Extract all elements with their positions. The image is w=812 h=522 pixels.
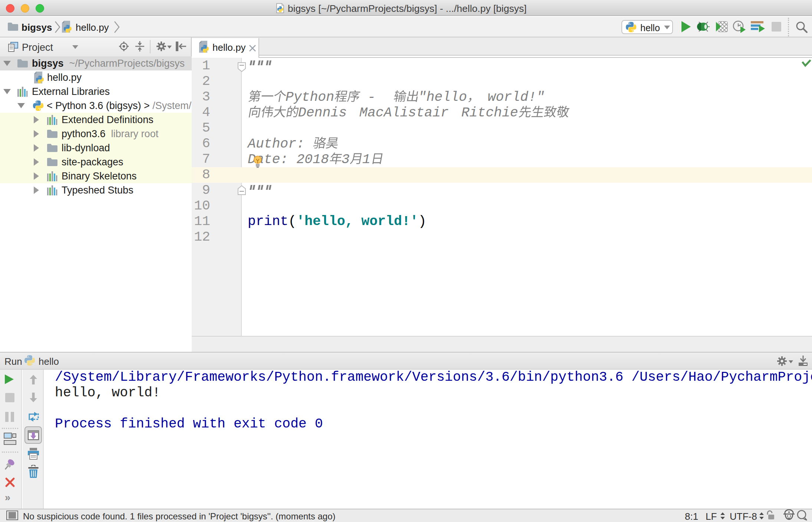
svg-text:"hello: "hello	[418, 90, 467, 105]
svg-text:Dennis: Dennis	[298, 105, 347, 120]
svg-text:Python: Python	[285, 90, 334, 105]
svg-text:Author:: Author:	[247, 136, 313, 152]
svg-text:1: 1	[362, 152, 370, 167]
svg-text:MacAlistair: MacAlistair	[359, 105, 449, 120]
svg-text:3: 3	[341, 152, 350, 167]
svg-text:-: -	[359, 90, 384, 105]
svg-text:Ritchie: Ritchie	[461, 105, 518, 120]
svg-text:world!": world!"	[488, 90, 544, 105]
